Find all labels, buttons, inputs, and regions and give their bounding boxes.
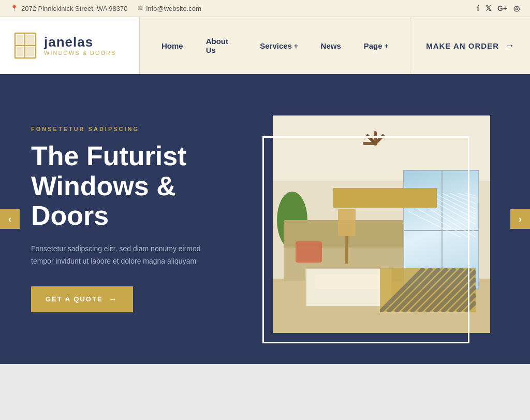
hero-title-line1: The Futurist — [31, 141, 186, 171]
cta-text: MAKE AN ORDER — [426, 41, 499, 50]
nav-menu: Home About Us Services + News Page + — [150, 37, 400, 54]
nav-link-page[interactable]: Page + — [352, 41, 400, 50]
logo-text: janelas Windows & Doors — [44, 35, 116, 56]
svg-line-18 — [408, 211, 460, 237]
next-arrow-icon: › — [519, 214, 522, 225]
logo-tagline: Windows & Doors — [44, 50, 116, 56]
svg-rect-2 — [17, 35, 23, 45]
googleplus-icon[interactable]: G+ — [497, 4, 507, 12]
svg-line-17 — [408, 204, 468, 237]
svg-rect-5 — [25, 47, 34, 56]
svg-rect-4 — [17, 47, 23, 56]
get-quote-button[interactable]: GET A QUOTE → — [31, 286, 133, 312]
hero-content: FONSETETUR SADIPSCING The Futurist Windo… — [31, 126, 254, 312]
nav-link-about[interactable]: About Us — [195, 37, 249, 54]
hero-title-line2: Windows & Doors — [31, 171, 176, 230]
nav-link-news[interactable]: News — [310, 41, 352, 50]
hero-subtitle: FONSETETUR SADIPSCING — [31, 126, 254, 132]
get-quote-arrow-icon: → — [109, 295, 119, 304]
room-lamp — [338, 209, 356, 264]
address-text: 2072 Pinnickinick Street, WA 98370 — [21, 5, 127, 12]
top-bar: 📍 2072 Pinnickinick Street, WA 98370 ✉ i… — [0, 0, 530, 17]
logo-icon — [13, 32, 38, 59]
header: janelas Windows & Doors Home About Us Se… — [0, 17, 530, 74]
get-quote-label: GET A QUOTE — [46, 295, 103, 303]
cta-arrow-icon: → — [505, 40, 514, 51]
page-wrapper: 📍 2072 Pinnickinick Street, WA 98370 ✉ i… — [0, 0, 530, 364]
make-order-button[interactable]: MAKE AN ORDER → — [410, 17, 530, 74]
nav-item-page[interactable]: Page + — [352, 41, 400, 50]
location-icon: 📍 — [10, 5, 18, 12]
hero-section: ‹ FONSETETUR SADIPSCING The Futurist Win… — [0, 74, 530, 364]
next-slide-button[interactable]: › — [510, 209, 530, 229]
social-links: f 𝕏 G+ ◎ — [477, 4, 520, 12]
services-plus-icon: + — [294, 42, 298, 50]
logo-name: janelas — [44, 35, 116, 49]
top-bar-left: 📍 2072 Pinnickinick Street, WA 98370 ✉ i… — [10, 5, 201, 12]
page-plus-icon: + — [385, 42, 389, 50]
email-contact: ✉ info@website.com — [138, 5, 201, 12]
logo-area: janelas Windows & Doors — [0, 17, 140, 74]
svg-line-11 — [442, 193, 476, 209]
nav-item-services[interactable]: Services + — [248, 41, 309, 50]
hero-description: Fonsetetur sadipscing elitr, sed diam no… — [31, 243, 217, 268]
hero-image-area — [254, 105, 499, 333]
striped-rect-decoration — [380, 268, 476, 312]
facebook-icon[interactable]: f — [477, 4, 479, 12]
main-nav: Home About Us Services + News Page + — [140, 17, 410, 74]
gold-rect-decoration — [333, 188, 437, 208]
ceiling-fan — [360, 133, 391, 154]
email-text: info@website.com — [146, 5, 201, 12]
nav-link-home[interactable]: Home — [150, 41, 195, 50]
svg-rect-3 — [25, 35, 34, 45]
prev-slide-button[interactable]: ‹ — [0, 209, 20, 229]
twitter-icon[interactable]: 𝕏 — [485, 4, 491, 12]
coffee-table — [305, 268, 392, 307]
nav-item-news[interactable]: News — [310, 41, 352, 50]
instagram-icon[interactable]: ◎ — [513, 4, 520, 12]
nav-link-services[interactable]: Services + — [248, 41, 309, 50]
nav-item-about[interactable]: About Us — [195, 37, 249, 54]
email-icon: ✉ — [138, 5, 143, 12]
hero-title: The Futurist Windows & Doors — [31, 141, 254, 230]
address-contact: 📍 2072 Pinnickinick Street, WA 98370 — [10, 5, 127, 12]
prev-arrow-icon: ‹ — [8, 214, 11, 225]
nav-item-home[interactable]: Home — [150, 41, 195, 50]
svg-line-14 — [465, 193, 476, 196]
